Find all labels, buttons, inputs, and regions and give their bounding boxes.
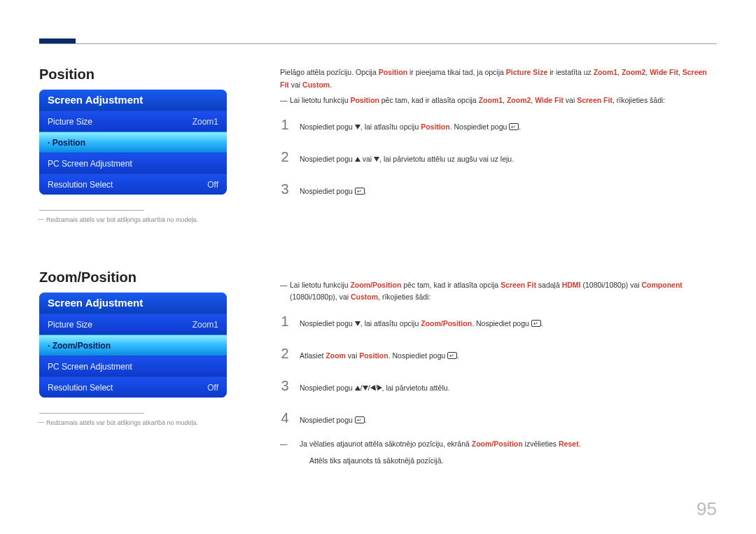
osd-panel-position: Screen Adjustment Picture Size Zoom1 · P… (39, 90, 227, 195)
enter-icon (447, 352, 457, 359)
step-4: 4 Nospiediet pogu . (280, 406, 717, 430)
enter-icon (531, 320, 541, 327)
step-2: 2 Atlasiet Zoom vai Position. Nospiediet… (280, 342, 717, 365)
kw-screen-fit: Screen Fit (577, 96, 612, 104)
osd-row-position[interactable]: · Position (39, 132, 227, 153)
reset-subnote: Attēls tiks atjaunots tā sākotnējā pozīc… (280, 455, 717, 468)
kw-wide-fit: Wide Fit (650, 68, 678, 76)
kw-position: Position (359, 351, 388, 360)
kw-screen-fit: Screen Fit (500, 281, 536, 289)
kw-reset: Reset (559, 440, 579, 448)
kw-zoom-position: Zoom/Position (350, 281, 401, 289)
osd-row-label: PC Screen Adjustment (48, 153, 132, 174)
right-arrow-icon (377, 385, 382, 391)
osd-row-picture-size[interactable]: Picture Size Zoom1 (39, 314, 227, 335)
footnote-rule (39, 413, 144, 414)
top-horizontal-rule (39, 43, 717, 44)
osd-row-label: Resolution Select (48, 174, 113, 195)
left-arrow-icon (370, 385, 375, 391)
kw-position: Position (379, 68, 407, 76)
osd-row-pc-screen-adjustment[interactable]: PC Screen Adjustment (39, 153, 227, 174)
image-disclaimer: Redzamais attēls var būt atšķirīgs atkar… (39, 216, 235, 223)
step-number: 1 (280, 113, 290, 136)
osd-row-zoom-position[interactable]: · Zoom/Position (39, 335, 227, 356)
step-number: 2 (280, 145, 290, 169)
up-arrow-icon (355, 157, 360, 162)
enter-icon (509, 123, 519, 130)
kw-zoom2: Zoom2 (622, 68, 645, 76)
up-arrow-icon (355, 386, 360, 391)
step-number: 3 (280, 374, 290, 398)
down-arrow-icon (355, 125, 360, 129)
osd-row-picture-size[interactable]: Picture Size Zoom1 (39, 111, 227, 132)
reset-note: Ja vēlaties atjaunot attēla sākotnējo po… (280, 438, 717, 451)
osd-row-value: Zoom1 (192, 111, 218, 132)
steps-position: 1 Nospiediet pogu , lai atlasītu opciju … (280, 113, 717, 201)
step-number: 2 (280, 342, 290, 365)
instruction-note: Lai lietotu funkciju Zoom/Position pēc t… (280, 279, 717, 304)
enter-icon (355, 188, 365, 195)
kw-zoom-position: Zoom/Position (421, 319, 472, 328)
kw-position: Position (350, 96, 379, 104)
right-column: Pielāgo attēla pozīciju. Opcija Position… (280, 66, 717, 506)
down-arrow-icon (374, 157, 379, 162)
osd-panel-zoom-position: Screen Adjustment Picture Size Zoom1 · Z… (39, 293, 227, 398)
heading-zoom-position: Zoom/Position (39, 269, 235, 286)
osd-row-resolution-select[interactable]: Resolution Select Off (39, 174, 227, 195)
page-number: 95 (696, 498, 717, 520)
steps-zoom-position: 1 Nospiediet pogu , lai atlasītu opciju … (280, 309, 717, 430)
step-2: 2 Nospiediet pogu vai , lai pārvietotu a… (280, 145, 717, 169)
osd-row-label: Picture Size (48, 314, 92, 335)
step-3: 3 Nospiediet pogu . (280, 177, 717, 201)
osd-row-resolution-select[interactable]: Resolution Select Off (39, 377, 227, 398)
enter-icon (355, 416, 365, 423)
kw-position: Position (421, 122, 449, 131)
osd-row-label: · Zoom/Position (48, 335, 111, 356)
step-number: 4 (280, 406, 290, 430)
kw-zoom2: Zoom2 (507, 96, 531, 104)
footnote-rule (39, 210, 144, 211)
step-number: 3 (280, 177, 290, 201)
step-1: 1 Nospiediet pogu , lai atlasītu opciju … (280, 309, 717, 333)
kw-custom: Custom (302, 80, 330, 89)
osd-row-value: Off (207, 174, 218, 195)
position-text-block: Pielāgo attēla pozīciju. Opcija Position… (280, 66, 717, 201)
kw-zoom1: Zoom1 (479, 96, 503, 104)
instruction-note: Lai lietotu funkciju Position pēc tam, k… (280, 94, 717, 107)
step-3: 3 Nospiediet pogu ///, lai pārvietotu at… (280, 374, 717, 398)
osd-row-label: Picture Size (48, 111, 92, 132)
heading-position: Position (39, 66, 235, 83)
osd-row-value: Zoom1 (192, 314, 218, 335)
osd-row-value: Off (207, 377, 218, 398)
step-number: 1 (280, 309, 290, 333)
kw-custom: Custom (351, 293, 378, 301)
kw-zoom1: Zoom1 (594, 68, 617, 76)
zoom-position-text-block: Lai lietotu funkciju Zoom/Position pēc t… (280, 279, 717, 468)
intro-paragraph: Pielāgo attēla pozīciju. Opcija Position… (280, 66, 717, 92)
kw-hdmi: HDMI (562, 281, 581, 289)
kw-picture-size: Picture Size (506, 68, 548, 76)
osd-row-label: · Position (48, 132, 85, 153)
kw-zoom: Zoom (326, 351, 346, 360)
step-1: 1 Nospiediet pogu , lai atlasītu opciju … (280, 113, 717, 136)
image-disclaimer: Redzamais attēls var būt atšķirīgs atkar… (39, 419, 235, 426)
osd-title: Screen Adjustment (39, 90, 227, 111)
down-arrow-icon (355, 321, 360, 326)
chapter-accent-bar (39, 38, 76, 43)
kw-component: Component (642, 281, 682, 289)
kw-wide-fit: Wide Fit (535, 96, 564, 104)
osd-title: Screen Adjustment (39, 293, 227, 314)
osd-row-pc-screen-adjustment[interactable]: PC Screen Adjustment (39, 356, 227, 377)
osd-row-label: PC Screen Adjustment (48, 356, 132, 377)
down-arrow-icon (363, 386, 368, 391)
left-column: Position Screen Adjustment Picture Size … (39, 66, 235, 506)
kw-zoom-position: Zoom/Position (472, 440, 523, 448)
osd-row-label: Resolution Select (48, 377, 113, 398)
